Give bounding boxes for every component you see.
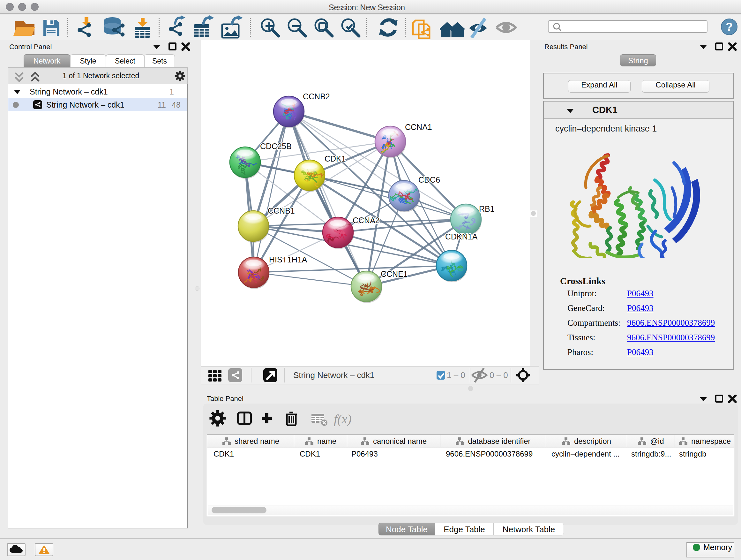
svg-text:HIST1H1A: HIST1H1A (269, 255, 307, 264)
svg-text:CCNB2: CCNB2 (303, 92, 330, 101)
svg-text:RB1: RB1 (479, 204, 495, 213)
svg-text:CCNA2: CCNA2 (353, 216, 380, 225)
svg-text:f(x): f(x) (334, 412, 352, 426)
svg-text:CDC6: CDC6 (418, 175, 440, 184)
svg-text:CCNE1: CCNE1 (381, 269, 408, 278)
svg-text:CDKN1A: CDKN1A (445, 232, 478, 241)
svg-text:CDK1: CDK1 (325, 154, 346, 163)
svg-text:CCNA1: CCNA1 (405, 123, 432, 132)
svg-text:?: ? (726, 20, 733, 34)
svg-text:CCNB1: CCNB1 (268, 206, 295, 215)
svg-text:CDC25B: CDC25B (260, 142, 292, 151)
